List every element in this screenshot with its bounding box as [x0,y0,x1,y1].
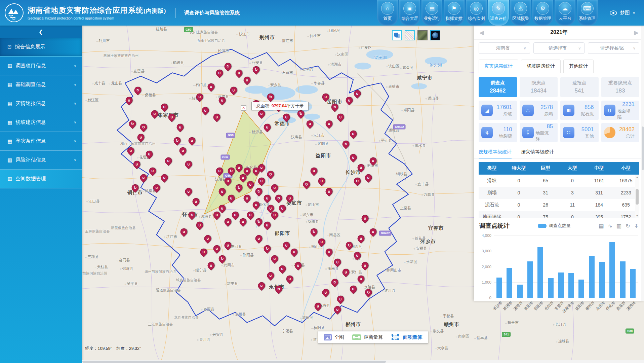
bar-娄底市[interactable] [620,261,626,298]
hazard-pin[interactable]: ∪ [223,217,233,227]
hazard-pin[interactable]: ∪ [179,227,189,237]
hazard-pin[interactable]: ∪ [126,146,136,156]
hazard-pin[interactable]: ∪ [341,267,351,278]
panel-scrollbar[interactable] [641,26,644,301]
hazard-pin[interactable]: ↻ [330,278,340,288]
hazard-pin[interactable]: ∪ [175,122,185,132]
street-basemap-thumbnail[interactable] [405,30,415,40]
user-menu[interactable]: 梦图 ∨ [598,0,644,26]
hazard-pin[interactable]: ↻ [127,119,137,129]
hazard-pin[interactable]: ∪ [124,95,134,105]
hazard-pin[interactable]: ↻ [341,139,351,149]
tab-1[interactable]: 灾害隐患统计 [479,60,518,73]
hazard-pin[interactable]: ∪ [230,210,240,220]
hazard-pin[interactable]: ∪ [138,173,149,183]
hazard-pin[interactable]: ∪ [270,183,280,193]
year-prev-arrow[interactable]: ◀ [477,29,486,36]
bar-郴州市[interactable] [589,256,595,298]
bar-永州市[interactable] [599,262,605,298]
sidebar-item-8[interactable]: ▦空间数据管理 [0,170,82,188]
year-next-arrow[interactable]: ▶ [632,29,641,36]
nav-item-9[interactable]: ☁云平台 [555,0,575,26]
line-chart-icon[interactable]: ∿ [608,223,612,229]
hazard-pin[interactable]: ∪ [348,153,358,163]
polygon-close-icon[interactable]: ✕ [241,105,246,111]
hazard-pin[interactable]: ∪ [217,186,227,196]
nav-item-1[interactable]: ⌂首页 [377,0,398,26]
layers-icon[interactable] [392,30,402,40]
region-select-3[interactable]: 请选择县/区∨ [588,42,639,54]
hazard-pin[interactable]: ∪ [335,294,346,304]
hazard-pin[interactable]: ∪ [293,260,303,270]
sidebar-item-6[interactable]: ▦孕灾条件信息∨ [0,132,82,151]
hazard-pin[interactable]: ∪ [321,288,331,298]
bar-衡阳市[interactable] [527,261,533,298]
hazard-pin[interactable]: ∪ [309,166,319,176]
chart-legend[interactable]: 调查点数量 [538,223,571,229]
hazard-pin[interactable]: ∪ [277,264,287,274]
measure-tool-距离量算[interactable]: 距离量算 [352,334,383,340]
bar-常德市[interactable] [558,273,564,298]
hazard-pin[interactable]: ∪ [270,254,280,264]
hazard-pin[interactable]: ↻ [254,186,264,196]
sidebar-collapse-button[interactable]: ❮ [0,26,82,38]
hazard-pin[interactable]: ∪ [281,240,291,250]
hazard-pin[interactable]: ∪ [289,247,299,257]
hazard-pin[interactable]: ∪ [242,75,252,85]
region-select-1[interactable]: 湖南省∨ [479,42,530,54]
hazard-pin[interactable]: ∪ [363,173,373,183]
hazard-pin[interactable]: ↻ [274,193,284,203]
hazard-pin[interactable]: ∪ [178,146,188,156]
hazard-pin[interactable]: ∪ [305,119,315,129]
sidebar-item-4[interactable]: ▦灾情速报信息∨ [0,94,82,113]
hazard-pin[interactable]: ∪ [324,247,334,257]
hazard-pin[interactable]: ∪ [148,166,158,176]
hazard-pin[interactable]: ∪ [257,176,267,186]
bar-湘潭市[interactable] [517,285,523,298]
hazard-pin[interactable]: ∪ [257,281,267,291]
hazard-pin[interactable]: ∪ [132,159,142,170]
hazard-pin[interactable]: ∪ [200,105,210,115]
hazard-pin[interactable]: ↻ [301,180,312,190]
nav-item-2[interactable]: ▣综合大屏 [399,0,420,26]
sidebar-item-1[interactable]: ⊡综合信息展示 [0,38,82,57]
hazard-pin[interactable]: ↻ [138,122,149,132]
bar-益阳市[interactable] [578,280,584,298]
sidebar-item-5[interactable]: ▦切坡建房信息∨ [0,113,82,132]
stat-card-4[interactable]: 重要隐患点183 [601,77,640,97]
nav-item-5[interactable]: ◎综合监测 [466,0,487,26]
hazard-pin[interactable]: ∪ [159,102,169,112]
hazard-pin[interactable]: ∪ [360,213,370,223]
hazard-pin[interactable]: ∪ [206,82,216,92]
hazard-pin[interactable]: ↻ [251,65,261,75]
nav-item-10[interactable]: ⌨系统管理 [577,0,598,26]
bar-邵阳市[interactable] [537,247,543,298]
hazard-pin[interactable]: ∪ [238,217,248,227]
hazard-pin[interactable]: ∪ [163,156,173,166]
hazard-pin[interactable]: ∪ [184,159,194,170]
hazard-pin[interactable]: ∪ [245,180,255,190]
hazard-pin[interactable]: ∪ [199,247,209,257]
hazard-pin[interactable]: ∪ [242,193,252,203]
hazard-pin[interactable]: ∪ [251,200,261,210]
hazard-pin[interactable]: ∪ [356,274,366,284]
nav-item-4[interactable]: ⚑指挥支撑 [444,0,465,26]
table-scrollbar[interactable]: ▲ ▼ [635,175,639,218]
hazard-pin[interactable]: ∪ [212,244,222,254]
measure-tool-全图[interactable]: 全图 [324,334,344,340]
sub-tab-1[interactable]: 按规模等级统计 [479,149,512,158]
scrollbar-thumb[interactable] [636,189,639,205]
hazard-pin[interactable]: ↻ [254,217,264,227]
hazard-pin[interactable]: ↻ [262,244,272,254]
stat-card-3[interactable]: 速报点541 [560,77,599,97]
region-select-2[interactable]: 请选择市∨ [533,42,585,54]
bar-张家界市[interactable] [568,273,574,298]
hazard-pin[interactable]: ∪ [234,68,244,78]
hazard-pin[interactable]: ∪ [191,196,201,207]
scroll-up-icon[interactable]: ▲ [636,176,639,179]
bar-长沙市[interactable] [496,278,502,298]
hazard-pin[interactable]: ∪ [368,227,378,237]
hazard-pin[interactable]: ↻ [309,227,319,237]
hazard-pin[interactable]: ∪ [203,233,213,244]
stat-card-1[interactable]: 调查点28462 [479,77,517,97]
